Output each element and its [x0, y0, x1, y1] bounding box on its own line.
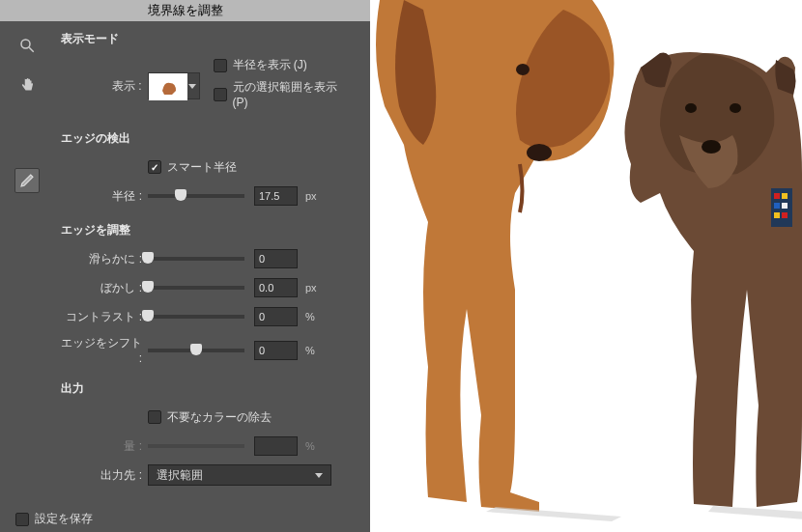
- chevron-down-icon: [188, 84, 196, 89]
- smooth-slider[interactable]: [148, 257, 244, 261]
- radius-input[interactable]: [254, 186, 298, 206]
- contrast-unit: %: [305, 311, 321, 322]
- output-to-label: 出力先 :: [61, 467, 148, 484]
- display-mode-section: 表示モード 表示 : 半径を表示 (J): [61, 31, 355, 115]
- svg-line-1: [29, 47, 34, 52]
- svg-point-6: [685, 103, 697, 113]
- show-original-label: 元の選択範囲を表示 (P): [233, 79, 355, 109]
- output-section: 出力 不要なカラーの除去 量 : % 出力先 : 選択範囲: [61, 380, 355, 486]
- shift-slider[interactable]: [148, 349, 244, 352]
- view-thumbnail[interactable]: [148, 72, 186, 99]
- image-preview[interactable]: [370, 0, 802, 532]
- show-radius-checkbox[interactable]: [214, 59, 227, 72]
- title-bar: 境界線を調整: [0, 0, 370, 21]
- refine-brush-tool[interactable]: [14, 168, 40, 193]
- view-label: 表示 :: [61, 78, 148, 95]
- edge-adjust-title: エッジを調整: [61, 222, 355, 238]
- contrast-slider[interactable]: [148, 315, 244, 319]
- edge-detect-title: エッジの検出: [61, 130, 355, 147]
- contrast-label: コントラスト :: [61, 309, 148, 325]
- amount-unit: %: [305, 440, 321, 452]
- show-original-checkbox[interactable]: [214, 88, 227, 101]
- display-mode-title: 表示モード: [61, 31, 355, 47]
- save-settings-label: 設定を保存: [35, 511, 93, 527]
- amount-label: 量 :: [61, 438, 148, 455]
- svg-point-0: [21, 40, 30, 48]
- feather-unit: px: [305, 282, 321, 294]
- decontaminate-checkbox[interactable]: [148, 410, 161, 424]
- smart-radius-checkbox[interactable]: [148, 160, 161, 174]
- shift-input[interactable]: [254, 341, 298, 360]
- edge-adjust-section: エッジを調整 滑らかに : ぼかし : px コントラスト :: [61, 222, 355, 365]
- content: 表示モード 表示 : 半径を表示 (J): [0, 21, 370, 501]
- feather-input[interactable]: [254, 278, 298, 297]
- contrast-input[interactable]: [254, 307, 298, 326]
- radius-label: 半径 :: [61, 188, 148, 205]
- svg-point-5: [527, 144, 552, 161]
- amount-slider: [148, 444, 244, 448]
- amount-input: [254, 436, 298, 456]
- output-to-select[interactable]: 選択範囲: [148, 464, 331, 486]
- chevron-down-icon: [315, 473, 323, 478]
- feather-slider[interactable]: [148, 286, 244, 290]
- main-controls: 表示モード 表示 : 半径を表示 (J): [43, 21, 370, 501]
- svg-rect-12: [774, 203, 780, 209]
- decontaminate-label: 不要なカラーの除去: [167, 409, 272, 426]
- zoom-tool[interactable]: [14, 33, 40, 58]
- hand-tool[interactable]: [14, 73, 40, 98]
- radius-slider[interactable]: [148, 194, 244, 198]
- smart-radius-label: スマート半径: [167, 159, 237, 176]
- output-to-value: 選択範囲: [157, 467, 203, 484]
- view-dropdown[interactable]: [186, 72, 200, 99]
- refine-edge-panel: 境界線を調整 表示モード 表示 :: [0, 0, 370, 532]
- svg-rect-10: [774, 193, 780, 199]
- save-settings-checkbox[interactable]: [15, 513, 29, 526]
- svg-rect-14: [774, 212, 780, 218]
- edge-detect-section: エッジの検出 スマート半径 半径 : px: [61, 130, 355, 207]
- toolbar: [0, 21, 43, 501]
- smooth-label: 滑らかに :: [61, 251, 148, 267]
- footer: 設定を保存 キャンセル OK: [0, 501, 370, 532]
- svg-rect-11: [782, 193, 788, 199]
- shift-unit: %: [305, 345, 321, 356]
- radius-unit: px: [305, 190, 321, 202]
- show-radius-label: 半径を表示 (J): [233, 57, 307, 73]
- feather-label: ぼかし :: [61, 280, 148, 296]
- shift-label: エッジをシフト :: [61, 335, 148, 365]
- svg-point-8: [702, 140, 721, 154]
- smooth-input[interactable]: [254, 249, 298, 268]
- output-title: 出力: [61, 380, 355, 397]
- svg-point-4: [516, 64, 530, 75]
- svg-rect-15: [782, 212, 788, 218]
- svg-point-7: [730, 103, 741, 113]
- svg-rect-13: [782, 203, 788, 209]
